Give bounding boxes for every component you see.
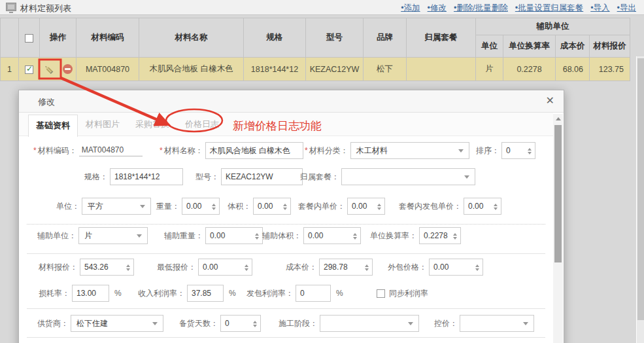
spinner-arrows[interactable]: [351, 232, 359, 240]
unit-select[interactable]: 平方: [82, 198, 151, 215]
spinner-arrows[interactable]: [124, 264, 132, 271]
material-name-input[interactable]: 木肌风合地板 白橡木色: [205, 142, 303, 159]
col-aux-unit: 单位: [476, 35, 503, 58]
spinner-up-icon: [255, 233, 259, 236]
spinner-down-icon: [475, 268, 479, 271]
quote-spinner[interactable]: 543.26: [80, 259, 134, 276]
spinner-arrows[interactable]: [526, 147, 534, 154]
modal-scrollbar[interactable]: [553, 114, 563, 343]
contract-profit-input[interactable]: 0: [296, 285, 331, 302]
spinner-arrows[interactable]: [451, 232, 459, 240]
weight-spinner[interactable]: 0.00: [182, 198, 220, 215]
scroll-up-icon[interactable]: [553, 114, 563, 123]
spinner-arrows[interactable]: [251, 320, 259, 327]
select-all-checkbox[interactable]: [25, 34, 33, 43]
spinner-down-icon: [353, 237, 357, 240]
spinner-arrows[interactable]: [281, 203, 289, 210]
modal-tabs: 基础资料 材料图片 采购替换 价格日志 新增价格日志功能: [19, 113, 553, 136]
spinner-up-icon: [377, 204, 381, 206]
field-stock-days: 备货天数： 0: [179, 314, 261, 333]
field-conv-rate: 单位换算率： 0.2278: [370, 226, 461, 245]
sort-spinner[interactable]: 0: [501, 142, 535, 159]
toolbar-link-export[interactable]: •导出: [617, 3, 636, 14]
toolbar-link-import[interactable]: •导入: [590, 3, 609, 14]
form-row-7: 供货商： 松下住建 备货天数： 0 施工阶段： 控价：: [19, 314, 553, 333]
spinner-arrows[interactable]: [492, 203, 500, 210]
material-category-select[interactable]: 木工材料: [350, 142, 469, 159]
tab-material-images[interactable]: 材料图片: [78, 113, 127, 136]
toolbar-link-modify[interactable]: •修改: [428, 3, 447, 14]
page-scrollbar[interactable]: [636, 56, 644, 343]
table-row[interactable]: 1 ✓: [1, 58, 630, 81]
form-row-2: 规格： 1818*144*12 型号： KEZAC12YW 归属套餐：: [19, 168, 553, 186]
cell-spec: 1818*144*12: [244, 58, 306, 81]
page-title: 材料定额列表: [20, 3, 71, 14]
spinner-arrows[interactable]: [253, 232, 261, 240]
close-icon[interactable]: ✕: [546, 96, 554, 106]
field-aux-weight: 辅助重量： 0.00: [164, 226, 263, 245]
loss-rate-input[interactable]: 13.00: [72, 285, 109, 302]
conv-rate-spinner[interactable]: 0.2278: [419, 227, 461, 244]
income-profit-input[interactable]: 37.85: [187, 285, 224, 302]
cell-name: 木肌风合地板 白橡木色: [139, 58, 244, 81]
aux-weight-spinner[interactable]: 0.00: [205, 227, 263, 244]
package-select[interactable]: [341, 168, 475, 185]
spinner-up-icon: [245, 264, 248, 267]
spinner-down-icon: [377, 208, 381, 210]
scrollbar-thumb[interactable]: [554, 125, 562, 262]
form-row-1: * 材料编码： MAT004870 * 材料名称： 木肌风合地板 白橡木色 * …: [19, 141, 553, 160]
price-ctrl-select[interactable]: [460, 315, 534, 332]
tab-basic-info[interactable]: 基础资料: [28, 115, 78, 137]
delete-icon[interactable]: [63, 64, 73, 74]
volume-spinner[interactable]: 0.00: [253, 198, 291, 215]
spinner-down-icon: [253, 325, 257, 327]
spinner-up-icon: [212, 204, 216, 206]
min-quote-spinner[interactable]: 0.00: [198, 259, 252, 276]
edit-pencil-icon[interactable]: [43, 63, 55, 75]
col-code: 材料编码: [76, 18, 139, 58]
col-aux-quote: 材料报价: [590, 35, 630, 58]
package-out-price-spinner[interactable]: 0.00: [464, 198, 501, 215]
row-checkbox[interactable]: ✓: [25, 65, 33, 74]
outsource-price-spinner[interactable]: 0.00: [429, 259, 483, 276]
cell-model: KEZAC12YW: [306, 58, 364, 81]
field-material-name: * 材料名称： 木肌风合地板 白橡木色: [160, 141, 303, 160]
cost-spinner[interactable]: 298.78: [319, 259, 373, 276]
field-loss-rate: 损耗率： 13.00 %: [39, 284, 122, 302]
spinner-arrows[interactable]: [243, 264, 250, 271]
toolbar-link-batch-package[interactable]: •批量设置归属套餐: [515, 3, 583, 14]
spec-input[interactable]: 1818*144*12: [110, 168, 183, 185]
tab-price-log[interactable]: 价格日志: [177, 113, 227, 136]
tab-purchase-replace[interactable]: 采购替换: [127, 113, 177, 136]
aux-unit-select[interactable]: 片: [78, 227, 148, 244]
spinner-arrows[interactable]: [375, 203, 383, 210]
spinner-arrows[interactable]: [210, 203, 218, 210]
aux-volume-spinner[interactable]: 0.00: [303, 227, 361, 244]
material-table: 操作 材料编码 材料名称 规格 型号 品牌 归属套餐 辅助单位 单位 单位换算率…: [0, 18, 630, 81]
package-price-spinner[interactable]: 0.00: [347, 198, 385, 215]
toolbar-link-add[interactable]: •添加: [401, 3, 420, 14]
stock-days-spinner[interactable]: 0: [220, 315, 261, 332]
cell-cost: 68.06: [556, 58, 590, 81]
field-aux-unit: 辅助单位： 片: [37, 226, 148, 245]
spinner-up-icon: [453, 233, 457, 236]
spinner-up-icon: [475, 264, 479, 267]
toolbar-link-delete[interactable]: •删除/批量删除: [454, 3, 508, 14]
sync-profit-checkbox[interactable]: [377, 289, 385, 298]
cell-unit: 片: [476, 58, 503, 81]
stage-select[interactable]: [320, 315, 419, 332]
chevron-down-icon: [408, 322, 413, 325]
cell-brand: 松下: [364, 58, 407, 81]
dotted-separator: [27, 224, 545, 225]
page-scrollbar-thumb[interactable]: [637, 58, 644, 320]
page: 材料定额列表 •添加 •修改 •删除/批量删除 •批量设置归属套餐 •导入 •导…: [0, 0, 644, 343]
supplier-select[interactable]: 松下住建: [71, 315, 163, 332]
spinner-arrows[interactable]: [473, 264, 481, 271]
model-input[interactable]: KEZAC12YW: [221, 168, 303, 185]
field-supplier: 供货商： 松下住建: [37, 314, 163, 333]
field-aux-volume: 辅助体积： 0.00: [262, 226, 361, 245]
field-price-ctrl: 控价：: [434, 314, 534, 333]
form-row-3: 单位： 平方 重量： 0.00 体积： 0.00 套餐内: [19, 197, 553, 215]
spinner-down-icon: [528, 152, 532, 154]
spinner-arrows[interactable]: [363, 264, 371, 271]
